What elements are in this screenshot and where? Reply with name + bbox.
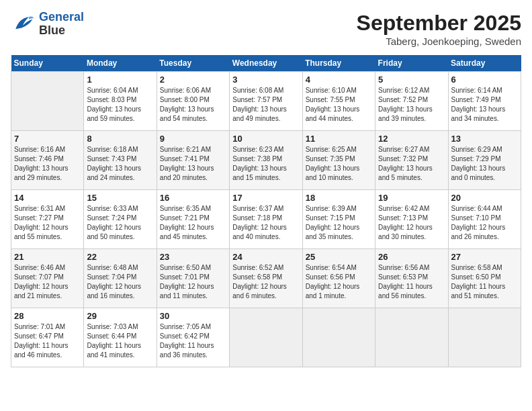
day-number: 7 xyxy=(14,134,81,144)
calendar-cell: 13Sunrise: 6:29 AMSunset: 7:29 PMDayligh… xyxy=(448,131,521,190)
calendar-week-1: 1Sunrise: 6:04 AMSunset: 8:03 PMDaylight… xyxy=(11,72,521,131)
day-number: 13 xyxy=(451,134,518,144)
calendar-week-4: 21Sunrise: 6:46 AMSunset: 7:07 PMDayligh… xyxy=(11,249,521,308)
cell-info: Sunrise: 6:46 AMSunset: 7:07 PMDaylight:… xyxy=(14,263,81,301)
weekday-header-row: SundayMondayTuesdayWednesdayThursdayFrid… xyxy=(11,55,521,72)
calendar-cell xyxy=(11,72,84,131)
calendar-cell: 2Sunrise: 6:06 AMSunset: 8:00 PMDaylight… xyxy=(157,72,229,131)
logo-text: General Blue xyxy=(39,11,84,38)
cell-info: Sunrise: 7:01 AMSunset: 6:47 PMDaylight:… xyxy=(14,322,81,360)
cell-info: Sunrise: 6:56 AMSunset: 6:53 PMDaylight:… xyxy=(378,263,445,301)
day-number: 5 xyxy=(378,75,445,85)
calendar-cell: 20Sunrise: 6:44 AMSunset: 7:10 PMDayligh… xyxy=(448,190,521,249)
cell-info: Sunrise: 7:05 AMSunset: 6:42 PMDaylight:… xyxy=(160,322,226,360)
calendar-cell: 5Sunrise: 6:12 AMSunset: 7:52 PMDaylight… xyxy=(375,72,448,131)
day-number: 2 xyxy=(160,75,226,85)
calendar-cell: 30Sunrise: 7:05 AMSunset: 6:42 PMDayligh… xyxy=(157,308,229,367)
title-block: September 2025 Taberg, Joenkoeping, Swed… xyxy=(357,11,521,47)
logo: General Blue xyxy=(11,11,84,38)
cell-info: Sunrise: 6:14 AMSunset: 7:49 PMDaylight:… xyxy=(451,86,518,124)
cell-info: Sunrise: 6:54 AMSunset: 6:56 PMDaylight:… xyxy=(306,263,372,301)
day-number: 6 xyxy=(451,75,518,85)
day-number: 26 xyxy=(378,252,445,262)
cell-info: Sunrise: 6:31 AMSunset: 7:27 PMDaylight:… xyxy=(14,204,81,242)
cell-info: Sunrise: 6:25 AMSunset: 7:35 PMDaylight:… xyxy=(306,145,372,183)
calendar-cell: 11Sunrise: 6:25 AMSunset: 7:35 PMDayligh… xyxy=(302,131,375,190)
cell-info: Sunrise: 6:44 AMSunset: 7:10 PMDaylight:… xyxy=(451,204,518,242)
cell-info: Sunrise: 6:58 AMSunset: 6:50 PMDaylight:… xyxy=(451,263,518,301)
calendar-cell xyxy=(302,308,375,367)
cell-info: Sunrise: 6:12 AMSunset: 7:52 PMDaylight:… xyxy=(378,86,445,124)
calendar-cell xyxy=(375,308,448,367)
cell-info: Sunrise: 6:18 AMSunset: 7:43 PMDaylight:… xyxy=(87,145,153,183)
weekday-header-saturday: Saturday xyxy=(448,55,521,72)
cell-info: Sunrise: 6:42 AMSunset: 7:13 PMDaylight:… xyxy=(378,204,445,242)
day-number: 15 xyxy=(87,193,153,203)
day-number: 12 xyxy=(378,134,445,144)
cell-info: Sunrise: 6:06 AMSunset: 8:00 PMDaylight:… xyxy=(160,86,226,124)
cell-info: Sunrise: 6:50 AMSunset: 7:01 PMDaylight:… xyxy=(160,263,226,301)
cell-info: Sunrise: 6:23 AMSunset: 7:38 PMDaylight:… xyxy=(232,145,299,183)
month-title: September 2025 xyxy=(357,11,521,36)
calendar-cell: 12Sunrise: 6:27 AMSunset: 7:32 PMDayligh… xyxy=(375,131,448,190)
calendar-cell: 7Sunrise: 6:16 AMSunset: 7:46 PMDaylight… xyxy=(11,131,84,190)
day-number: 8 xyxy=(87,134,153,144)
day-number: 22 xyxy=(87,252,153,262)
calendar-cell: 21Sunrise: 6:46 AMSunset: 7:07 PMDayligh… xyxy=(11,249,84,308)
day-number: 24 xyxy=(232,252,299,262)
cell-info: Sunrise: 6:10 AMSunset: 7:55 PMDaylight:… xyxy=(306,86,372,124)
day-number: 17 xyxy=(232,193,299,203)
calendar-cell: 24Sunrise: 6:52 AMSunset: 6:58 PMDayligh… xyxy=(230,249,302,308)
day-number: 18 xyxy=(306,193,372,203)
day-number: 25 xyxy=(306,252,372,262)
calendar-cell xyxy=(230,308,302,367)
day-number: 3 xyxy=(232,75,299,85)
calendar-week-5: 28Sunrise: 7:01 AMSunset: 6:47 PMDayligh… xyxy=(11,308,521,367)
cell-info: Sunrise: 6:04 AMSunset: 8:03 PMDaylight:… xyxy=(87,86,153,124)
weekday-header-wednesday: Wednesday xyxy=(230,55,302,72)
calendar-cell: 6Sunrise: 6:14 AMSunset: 7:49 PMDaylight… xyxy=(448,72,521,131)
day-number: 23 xyxy=(160,252,226,262)
day-number: 14 xyxy=(14,193,81,203)
calendar-cell: 26Sunrise: 6:56 AMSunset: 6:53 PMDayligh… xyxy=(375,249,448,308)
calendar-cell: 25Sunrise: 6:54 AMSunset: 6:56 PMDayligh… xyxy=(302,249,375,308)
weekday-header-tuesday: Tuesday xyxy=(157,55,229,72)
day-number: 20 xyxy=(451,193,518,203)
calendar-cell: 10Sunrise: 6:23 AMSunset: 7:38 PMDayligh… xyxy=(230,131,302,190)
calendar-cell: 27Sunrise: 6:58 AMSunset: 6:50 PMDayligh… xyxy=(448,249,521,308)
calendar-cell: 3Sunrise: 6:08 AMSunset: 7:57 PMDaylight… xyxy=(230,72,302,131)
calendar-cell: 28Sunrise: 7:01 AMSunset: 6:47 PMDayligh… xyxy=(11,308,84,367)
day-number: 28 xyxy=(14,311,81,321)
weekday-header-sunday: Sunday xyxy=(11,55,84,72)
day-number: 29 xyxy=(87,311,153,321)
day-number: 10 xyxy=(232,134,299,144)
calendar-table: SundayMondayTuesdayWednesdayThursdayFrid… xyxy=(11,55,521,367)
day-number: 1 xyxy=(87,75,153,85)
day-number: 9 xyxy=(160,134,226,144)
logo-icon xyxy=(11,12,35,36)
day-number: 4 xyxy=(306,75,372,85)
calendar-cell: 29Sunrise: 7:03 AMSunset: 6:44 PMDayligh… xyxy=(84,308,157,367)
calendar-cell: 22Sunrise: 6:48 AMSunset: 7:04 PMDayligh… xyxy=(84,249,157,308)
weekday-header-monday: Monday xyxy=(84,55,157,72)
cell-info: Sunrise: 6:37 AMSunset: 7:18 PMDaylight:… xyxy=(232,204,299,242)
weekday-header-friday: Friday xyxy=(375,55,448,72)
calendar-week-2: 7Sunrise: 6:16 AMSunset: 7:46 PMDaylight… xyxy=(11,131,521,190)
calendar-cell: 1Sunrise: 6:04 AMSunset: 8:03 PMDaylight… xyxy=(84,72,157,131)
calendar-cell: 19Sunrise: 6:42 AMSunset: 7:13 PMDayligh… xyxy=(375,190,448,249)
cell-info: Sunrise: 6:48 AMSunset: 7:04 PMDaylight:… xyxy=(87,263,153,301)
cell-info: Sunrise: 6:27 AMSunset: 7:32 PMDaylight:… xyxy=(378,145,445,183)
calendar-week-3: 14Sunrise: 6:31 AMSunset: 7:27 PMDayligh… xyxy=(11,190,521,249)
weekday-header-thursday: Thursday xyxy=(302,55,375,72)
calendar-cell: 15Sunrise: 6:33 AMSunset: 7:24 PMDayligh… xyxy=(84,190,157,249)
day-number: 21 xyxy=(14,252,81,262)
cell-info: Sunrise: 6:16 AMSunset: 7:46 PMDaylight:… xyxy=(14,145,81,183)
cell-info: Sunrise: 6:33 AMSunset: 7:24 PMDaylight:… xyxy=(87,204,153,242)
calendar-cell: 18Sunrise: 6:39 AMSunset: 7:15 PMDayligh… xyxy=(302,190,375,249)
day-number: 16 xyxy=(160,193,226,203)
cell-info: Sunrise: 6:52 AMSunset: 6:58 PMDaylight:… xyxy=(232,263,299,301)
cell-info: Sunrise: 6:39 AMSunset: 7:15 PMDaylight:… xyxy=(306,204,372,242)
cell-info: Sunrise: 6:29 AMSunset: 7:29 PMDaylight:… xyxy=(451,145,518,183)
calendar-cell: 14Sunrise: 6:31 AMSunset: 7:27 PMDayligh… xyxy=(11,190,84,249)
calendar-cell: 4Sunrise: 6:10 AMSunset: 7:55 PMDaylight… xyxy=(302,72,375,131)
